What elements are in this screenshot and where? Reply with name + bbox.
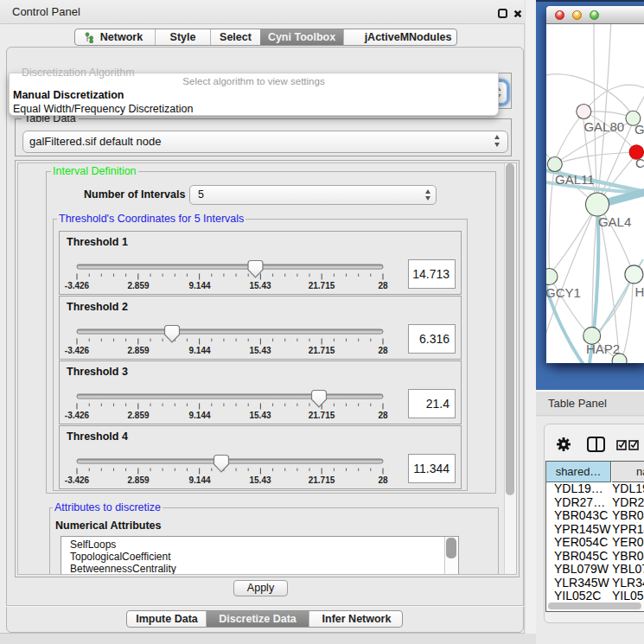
svg-text:HAP2: HAP2 xyxy=(586,341,620,356)
svg-text:GAL11: GAL11 xyxy=(555,172,595,187)
svg-text:GCY1: GCY1 xyxy=(546,285,581,300)
svg-text:CY: CY xyxy=(635,156,644,170)
svg-text:GA: GA xyxy=(634,122,644,137)
svg-text:GAL80: GAL80 xyxy=(583,119,624,134)
svg-text:GAL4: GAL4 xyxy=(598,214,631,229)
svg-text:H: H xyxy=(635,284,644,299)
